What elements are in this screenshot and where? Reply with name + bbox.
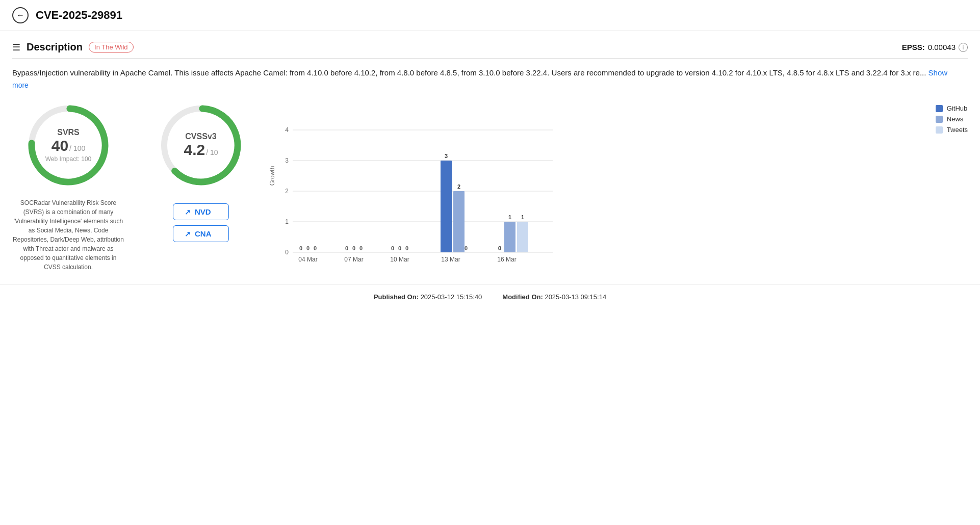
- svrs-value: 40: [51, 137, 68, 154]
- modified-value: 2025-03-13 09:15:14: [545, 293, 606, 301]
- chart-container: Growth 0 1 2 3 4: [267, 99, 927, 274]
- footer: Published On: 2025-03-12 15:15:40 Modifi…: [0, 284, 980, 309]
- svg-text:2: 2: [457, 183, 460, 190]
- svrs-block: SVRS 40 / 100 Web Impact: 100 SOCRadar V…: [12, 99, 124, 272]
- desc-header: ☰ Description In The Wild EPSS: 0.00043 …: [12, 41, 968, 53]
- description-text: Bypass/Injection vulnerability in Apache…: [12, 67, 968, 79]
- chart-section: Growth 0 1 2 3 4: [267, 99, 968, 274]
- chart-area: Growth 0 1 2 3 4: [267, 99, 968, 274]
- desc-main-text: Bypass/Injection vulnerability in Apache…: [12, 68, 926, 77]
- svg-text:04 Mar: 04 Mar: [298, 256, 317, 263]
- legend-tweets: Tweets: [936, 126, 968, 134]
- epss-value: 0.00043: [928, 43, 956, 51]
- header: ← CVE-2025-29891: [0, 0, 980, 31]
- github-label: GitHub: [947, 104, 967, 112]
- bar-chart: Growth 0 1 2 3 4: [267, 99, 563, 273]
- svg-text:1: 1: [285, 218, 289, 225]
- list-icon: ☰: [12, 42, 20, 53]
- svrs-center: SVRS 40 / 100 Web Impact: 100: [22, 99, 114, 191]
- svg-text:1: 1: [508, 214, 511, 220]
- modified-label: Modified On:: [502, 293, 543, 301]
- svg-rect-29: [453, 191, 465, 252]
- y-axis-label: Growth: [269, 166, 276, 186]
- svg-text:0: 0: [405, 245, 408, 251]
- svg-text:0: 0: [299, 245, 302, 251]
- svrs-label: SVRS: [57, 128, 80, 137]
- svg-text:0: 0: [314, 245, 317, 251]
- svg-text:16 Mar: 16 Mar: [497, 256, 516, 263]
- svg-rect-34: [504, 222, 515, 252]
- in-the-wild-badge: In The Wild: [89, 42, 134, 52]
- svg-text:0: 0: [345, 245, 348, 251]
- svg-text:3: 3: [445, 153, 448, 159]
- epss-block: EPSS: 0.00043 i: [902, 43, 968, 52]
- divider: [12, 58, 968, 59]
- news-label: News: [947, 115, 964, 123]
- main-content: SVRS 40 / 100 Web Impact: 100 SOCRadar V…: [0, 89, 980, 284]
- nvd-ext-icon: ↗: [185, 208, 191, 216]
- svg-text:0: 0: [352, 245, 355, 251]
- svg-text:4: 4: [285, 126, 289, 134]
- svrs-description: SOCRadar Vulnerability Risk Score (SVRS)…: [12, 198, 124, 272]
- section-title: Description: [27, 41, 83, 53]
- svg-text:0: 0: [285, 249, 289, 256]
- cvss-block: CVSSv3 4.2 / 10 ↗ NVD ↗ CNA: [155, 99, 247, 242]
- published-label: Published On:: [374, 293, 419, 301]
- svg-text:0: 0: [391, 245, 394, 251]
- show-more-inline[interactable]: Show: [929, 68, 948, 77]
- desc-header-left: ☰ Description In The Wild: [12, 41, 134, 53]
- nvd-button[interactable]: ↗ NVD: [173, 203, 229, 220]
- svg-text:0: 0: [465, 245, 468, 251]
- chart-legend: GitHub News Tweets: [936, 99, 968, 134]
- news-dot: [936, 116, 943, 123]
- cna-button[interactable]: ↗ CNA: [173, 225, 229, 242]
- svg-text:2: 2: [285, 188, 289, 195]
- svg-text:0: 0: [306, 245, 310, 251]
- cvss-buttons: ↗ NVD ↗ CNA: [173, 203, 229, 242]
- cna-label: CNA: [195, 229, 212, 238]
- svg-text:3: 3: [285, 157, 289, 164]
- nvd-label: NVD: [195, 207, 211, 216]
- legend-news: News: [936, 115, 968, 123]
- svg-text:1: 1: [521, 214, 524, 220]
- published-value: 2025-03-12 15:15:40: [421, 293, 482, 301]
- svrs-webimpact: Web Impact: 100: [45, 155, 92, 163]
- github-dot: [936, 105, 943, 112]
- legend-github: GitHub: [936, 104, 968, 112]
- cna-ext-icon: ↗: [185, 230, 191, 238]
- svg-text:0: 0: [498, 245, 501, 251]
- published-block: Published On: 2025-03-12 15:15:40: [374, 293, 482, 301]
- description-section: ☰ Description In The Wild EPSS: 0.00043 …: [0, 31, 980, 89]
- cvss-gauge: CVSSv3 4.2 / 10: [155, 99, 247, 191]
- cvss-value: 4.2: [184, 141, 205, 159]
- svrs-max: / 100: [69, 144, 85, 152]
- svg-text:0: 0: [359, 245, 363, 251]
- tweets-dot: [936, 126, 943, 134]
- tweets-label: Tweets: [947, 126, 968, 134]
- epss-label: EPSS:: [902, 43, 925, 51]
- svg-rect-36: [517, 222, 528, 252]
- scores-section: SVRS 40 / 100 Web Impact: 100 SOCRadar V…: [12, 99, 247, 274]
- svg-text:0: 0: [398, 245, 401, 251]
- epss-info-icon[interactable]: i: [959, 43, 968, 52]
- modified-block: Modified On: 2025-03-13 09:15:14: [502, 293, 606, 301]
- svrs-gauge: SVRS 40 / 100 Web Impact: 100: [22, 99, 114, 191]
- svg-text:10 Mar: 10 Mar: [390, 256, 409, 263]
- svg-text:07 Mar: 07 Mar: [344, 256, 363, 263]
- back-button[interactable]: ←: [12, 7, 29, 23]
- svg-text:13 Mar: 13 Mar: [441, 256, 460, 263]
- cvss-label: CVSSv3: [185, 132, 216, 141]
- page-title: CVE-2025-29891: [36, 9, 122, 22]
- cvss-max: / 10: [206, 148, 218, 156]
- cvss-center: CVSSv3 4.2 / 10: [155, 99, 247, 191]
- svg-rect-27: [441, 161, 452, 252]
- back-icon: ←: [16, 11, 24, 20]
- show-more-button[interactable]: more: [12, 81, 968, 89]
